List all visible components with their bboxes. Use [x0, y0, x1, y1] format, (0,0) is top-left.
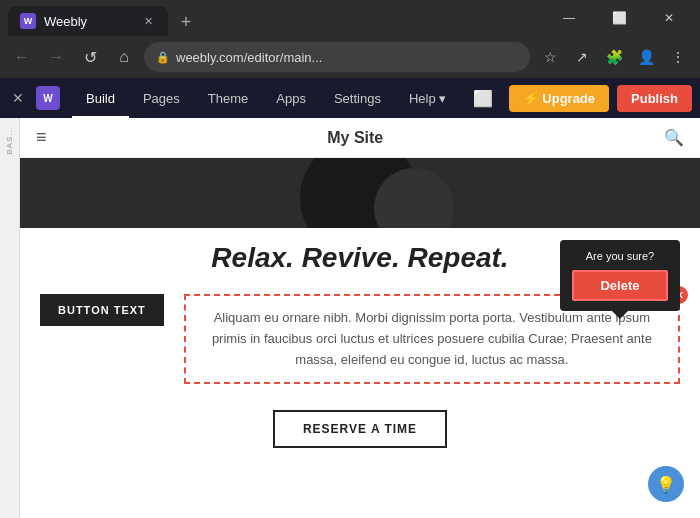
menu-icon[interactable]: ⋮	[664, 43, 692, 71]
active-tab[interactable]: W Weebly ✕	[8, 6, 168, 36]
profile-icon[interactable]: 👤	[632, 43, 660, 71]
nav-pages[interactable]: Pages	[129, 78, 194, 118]
help-float-button[interactable]: 💡	[648, 466, 684, 502]
left-strip-label: BAS...	[5, 126, 14, 155]
main-heading: Relax. Revive. Repeat.	[191, 228, 528, 284]
weebly-logo: W	[36, 86, 60, 110]
address-text: weebly.com/editor/main...	[176, 50, 518, 65]
site-header-bar: ≡ My Site 🔍	[20, 118, 700, 158]
editor-area: BAS... ≡ My Site 🔍 Relax. Revive. Repeat…	[0, 118, 700, 518]
upgrade-button[interactable]: ⚡ Upgrade	[509, 85, 609, 112]
paragraph-text: Aliquam eu ornare nibh. Morbi dignissim …	[202, 308, 662, 370]
bookmark-icon[interactable]: ☆	[536, 43, 564, 71]
site-title: My Site	[327, 129, 383, 147]
device-toggle-button[interactable]: ⬜	[465, 85, 501, 112]
new-tab-button[interactable]: +	[172, 8, 200, 36]
weebly-right-controls: ⬜ ⚡ Upgrade Publish	[465, 85, 692, 112]
editor-content: ≡ My Site 🔍 Relax. Revive. Repeat. BUTTO…	[20, 118, 700, 518]
extensions-icon[interactable]: 🧩	[600, 43, 628, 71]
lock-icon: 🔒	[156, 51, 170, 64]
maximize-button[interactable]: ⬜	[596, 0, 642, 36]
confirm-delete-button[interactable]: Delete	[572, 270, 668, 301]
window-controls: — ⬜ ✕	[546, 0, 692, 36]
tab-close-button[interactable]: ✕	[140, 13, 156, 29]
site-search-icon[interactable]: 🔍	[664, 128, 684, 147]
confirm-popup-text: Are you sure?	[572, 250, 668, 262]
home-button[interactable]: ⌂	[110, 43, 138, 71]
share-icon[interactable]: ↗	[568, 43, 596, 71]
back-button[interactable]: ←	[8, 43, 36, 71]
address-bar[interactable]: 🔒 weebly.com/editor/main...	[144, 42, 530, 72]
nav-apps[interactable]: Apps	[262, 78, 320, 118]
nav-build[interactable]: Build	[72, 78, 129, 118]
nav-settings[interactable]: Settings	[320, 78, 395, 118]
nav-theme[interactable]: Theme	[194, 78, 262, 118]
close-button[interactable]: ✕	[646, 0, 692, 36]
reserve-section: RESERVE A TIME	[20, 394, 700, 464]
hero-image-area	[20, 158, 700, 228]
button-text-element[interactable]: BUTTON TEXT	[40, 294, 164, 326]
tab-favicon: W	[20, 13, 36, 29]
minimize-button[interactable]: —	[546, 0, 592, 36]
reserve-button[interactable]: RESERVE A TIME	[273, 410, 447, 448]
weebly-logo-area: ✕ W	[8, 86, 72, 110]
hamburger-menu-icon[interactable]: ≡	[36, 127, 47, 148]
refresh-button[interactable]: ↺	[76, 43, 104, 71]
popup-arrow	[612, 311, 628, 319]
nav-help[interactable]: Help ▾	[395, 78, 460, 118]
confirm-popup: Are you sure? Delete	[560, 240, 680, 311]
title-bar: W Weebly ✕ + — ⬜ ✕	[0, 0, 700, 36]
publish-button[interactable]: Publish	[617, 85, 692, 112]
left-panel-strip: BAS...	[0, 118, 20, 518]
address-bar-row: ← → ↺ ⌂ 🔒 weebly.com/editor/main... ☆ ↗ …	[0, 36, 700, 78]
tab-title-text: Weebly	[44, 14, 87, 29]
weebly-close-button[interactable]: ✕	[8, 86, 28, 110]
weebly-nav-bar: ✕ W Build Pages Theme Apps Settings Help…	[0, 78, 700, 118]
forward-button[interactable]: →	[42, 43, 70, 71]
toolbar-icons: ☆ ↗ 🧩 👤 ⋮	[536, 43, 692, 71]
weebly-nav: Build Pages Theme Apps Settings Help ▾	[72, 78, 465, 118]
page-content: Relax. Revive. Repeat. BUTTON TEXT ✕ Ali…	[20, 158, 700, 464]
